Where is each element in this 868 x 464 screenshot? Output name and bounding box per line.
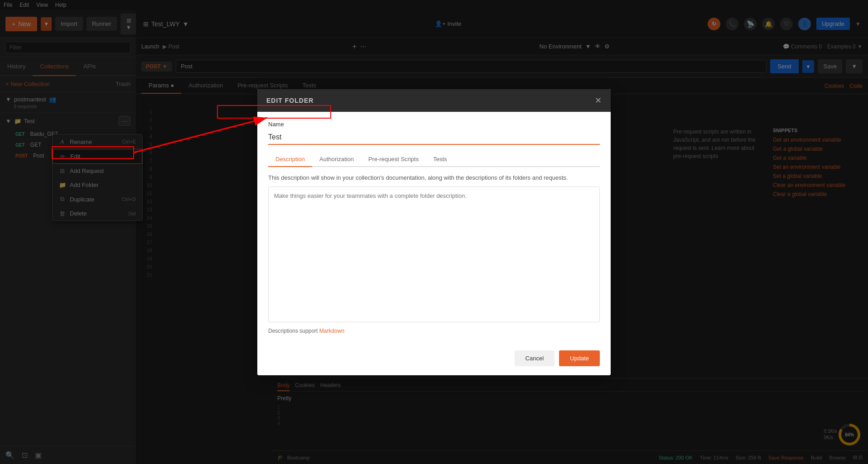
- cancel-button[interactable]: Cancel: [515, 350, 555, 366]
- modal-description-text: This description will show in your colle…: [268, 174, 600, 181]
- modal-tab-tests[interactable]: Tests: [426, 152, 454, 167]
- modal-tab-pre-request[interactable]: Pre-request Scripts: [361, 152, 426, 167]
- modal-name-input[interactable]: [268, 130, 600, 145]
- edit-folder-modal: EDIT FOLDER ✕ Name Description Authoriza…: [257, 89, 611, 375]
- update-button[interactable]: Update: [559, 350, 600, 366]
- modal-close-button[interactable]: ✕: [595, 96, 602, 105]
- modal-name-label: Name: [268, 121, 600, 128]
- modal-body: Name Description Authorization Pre-reque…: [257, 112, 611, 343]
- markdown-link[interactable]: Markdown: [319, 328, 344, 334]
- modal-tab-description[interactable]: Description: [268, 152, 312, 167]
- modal-title: EDIT FOLDER: [266, 97, 313, 104]
- modal-tab-authorization[interactable]: Authorization: [312, 152, 361, 167]
- modal-header: EDIT FOLDER ✕: [257, 89, 611, 112]
- modal-markdown-text: Descriptions support Markdown: [268, 328, 600, 334]
- modal-backdrop[interactable]: EDIT FOLDER ✕ Name Description Authoriza…: [0, 0, 868, 464]
- modal-description-textarea[interactable]: [268, 187, 600, 322]
- modal-footer: Cancel Update: [257, 343, 611, 375]
- modal-tabs: Description Authorization Pre-request Sc…: [268, 152, 600, 167]
